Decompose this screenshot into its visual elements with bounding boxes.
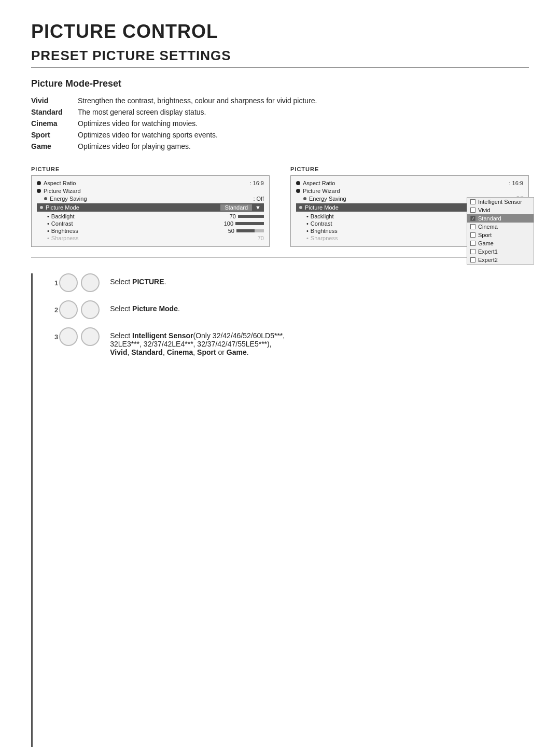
step-1-circle-b — [81, 273, 100, 292]
subsection-title: Picture Mode-Preset — [31, 78, 529, 89]
mode-desc-sport: Optimizes video for watching sports even… — [78, 131, 529, 139]
step-3-row: 3 Select Intelligent Sensor(Only 32/42/4… — [54, 327, 529, 356]
aspect-ratio-label-right: Aspect Ratio — [303, 180, 506, 186]
tv-menu-box-left: Aspect Ratio : 16:9 Picture Wizard Energ… — [31, 175, 270, 247]
mode-label-vivid: Vivid — [31, 96, 78, 105]
dropdown-item-sport[interactable]: Sport — [467, 231, 534, 239]
picture-mode-value-left: Standard — [220, 204, 252, 211]
checkbox-game[interactable] — [470, 241, 475, 246]
checkbox-intelligent[interactable] — [470, 199, 475, 204]
list-item: Vivid Strengthen the contrast, brightnes… — [31, 96, 529, 105]
tv-menu-highlight-left: Picture Mode Standard ▼ — [37, 203, 264, 212]
mode-list: Vivid Strengthen the contrast, brightnes… — [31, 96, 529, 150]
brightness-label-left: Brightness — [51, 228, 219, 234]
tv-panels: PICTURE Aspect Ratio : 16:9 Picture Wiza… — [31, 166, 529, 258]
dropdown-item-expert1[interactable]: Expert1 — [467, 247, 534, 256]
picture-wizard-label: Picture Wizard — [44, 188, 264, 194]
dropdown-label-standard: Standard — [478, 215, 501, 222]
tv-sub-brightness-left: • Brightness 50 — [37, 228, 264, 234]
mode-desc-standard: The most general screen display status. — [78, 108, 529, 116]
step-3-bold-cin: Cinema — [167, 348, 193, 356]
dropdown-overlay[interactable]: Intelligent Sensor Vivid ✓ Standard Cine… — [467, 197, 534, 265]
step-3-num: 3 — [54, 333, 58, 341]
list-item: Sport Optimizes video for watching sport… — [31, 131, 529, 139]
checkbox-expert1[interactable] — [470, 249, 475, 254]
mode-label-sport: Sport — [31, 131, 78, 139]
mode-desc-cinema: Optimizes video for watching movies. — [78, 119, 529, 128]
step-3-circle-a — [59, 327, 78, 346]
list-item: Cinema Optimizes video for watching movi… — [31, 119, 529, 128]
step-3-bold-std: Standard — [131, 348, 163, 356]
contrast-value-left: 100 — [220, 220, 233, 227]
step-3-text: Select Intelligent Sensor(Only 32/42/46/… — [110, 327, 285, 356]
step-2-text: Select Picture Mode. — [110, 300, 180, 313]
sharpness-label-left: Sharpness — [51, 235, 249, 241]
checkbox-vivid[interactable] — [470, 208, 475, 213]
step-3-bold-sport: Sport — [197, 348, 216, 356]
mode-desc-vivid: Strengthen the contrast, brightness, col… — [78, 96, 529, 105]
step-3-bold-game: Game — [227, 348, 247, 356]
step-2-icon: 2 — [54, 300, 102, 319]
dropdown-item-intelligent[interactable]: Intelligent Sensor — [467, 198, 534, 206]
step-3-bold-vivid: Vivid — [110, 348, 127, 356]
sharpness-value-left: 70 — [251, 235, 264, 241]
dropdown-item-standard[interactable]: ✓ Standard — [467, 214, 534, 223]
picture-mode-label-left: Picture Mode — [46, 204, 217, 211]
dropdown-label-expert1: Expert1 — [478, 248, 498, 255]
tv-panel-right: PICTURE Aspect Ratio : 16:9 Picture Wiza… — [290, 166, 529, 247]
picture-mode-label-right: Picture Mode — [305, 204, 477, 211]
page-title: PICTURE CONTROL — [31, 21, 529, 43]
mode-label-game: Game — [31, 142, 78, 150]
dropdown-item-game[interactable]: Game — [467, 239, 534, 247]
picture-wizard-label-right: Picture Wizard — [303, 188, 523, 194]
step-3-icon: 3 — [54, 327, 102, 346]
step-2-circle-b — [81, 300, 100, 319]
checkbox-cinema[interactable] — [470, 224, 475, 229]
dropdown-label-intelligent: Intelligent Sensor — [478, 199, 522, 205]
tv-panel-label-right: PICTURE — [290, 166, 529, 172]
backlight-label-right: Backlight — [311, 213, 480, 219]
step-1-row: 1 Select PICTURE. — [54, 273, 529, 292]
energy-saving-label: Energy Saving — [50, 196, 250, 202]
side-label: PICTURE CONTROL — [31, 273, 44, 747]
tv-menu-row-aspect: Aspect Ratio : 16:9 — [37, 180, 264, 186]
mode-label-cinema: Cinema — [31, 119, 78, 128]
step-1-icon: 1 — [54, 273, 102, 292]
mode-desc-game: Optimizes video for playing games. — [78, 142, 529, 150]
backlight-label-left: Backlight — [51, 213, 221, 219]
dropdown-item-vivid[interactable]: Vivid — [467, 206, 534, 214]
dropdown-label-vivid: Vivid — [478, 207, 491, 213]
step-3-bold-is: Intelligent Sensor — [132, 331, 193, 340]
tv-panel-left: PICTURE Aspect Ratio : 16:9 Picture Wiza… — [31, 166, 270, 247]
mode-label-standard: Standard — [31, 108, 78, 116]
tv-menu-row-wizard-right: Picture Wizard — [296, 188, 523, 194]
contrast-label-right: Contrast — [311, 220, 478, 227]
list-item: Standard The most general screen display… — [31, 108, 529, 116]
dropdown-label-expert2: Expert2 — [478, 257, 498, 263]
tv-sub-backlight-left: • Backlight 70 — [37, 213, 264, 219]
tv-menu-row-wizard: Picture Wizard — [37, 188, 264, 194]
tv-menu-row-energy: Energy Saving : Off — [37, 196, 264, 202]
checkbox-expert2[interactable] — [470, 257, 475, 262]
steps-content: 1 Select PICTURE. 2 — [54, 273, 529, 747]
side-label-container: PICTURE CONTROL — [31, 273, 44, 747]
step-3-circle-b — [81, 327, 100, 346]
tv-sub-sharpness-left: • Sharpness 70 — [37, 235, 264, 241]
checkbox-sport[interactable] — [470, 232, 475, 238]
contrast-label-left: Contrast — [51, 220, 218, 227]
section-title: PRESET PICTURE SETTINGS — [31, 48, 529, 68]
tv-panel-label-left: PICTURE — [31, 166, 270, 172]
checkbox-standard[interactable]: ✓ — [470, 216, 475, 221]
aspect-ratio-value-right: : 16:9 — [509, 180, 523, 186]
step-2-circle-a — [59, 300, 78, 319]
tv-menu-row-aspect-right: Aspect Ratio : 16:9 — [296, 180, 523, 186]
step-1-num: 1 — [54, 279, 58, 287]
dropdown-item-cinema[interactable]: Cinema — [467, 223, 534, 231]
tv-sub-contrast-left: • Contrast 100 — [37, 220, 264, 227]
step-2-num: 2 — [54, 306, 58, 314]
aspect-ratio-value: : 16:9 — [249, 180, 264, 186]
list-item: Game Optimizes video for playing games. — [31, 142, 529, 150]
step-2-bold: Picture Mode — [132, 305, 178, 313]
steps-section: PICTURE CONTROL 1 Select PICTURE. — [31, 273, 529, 747]
dropdown-item-expert2[interactable]: Expert2 — [467, 256, 534, 264]
